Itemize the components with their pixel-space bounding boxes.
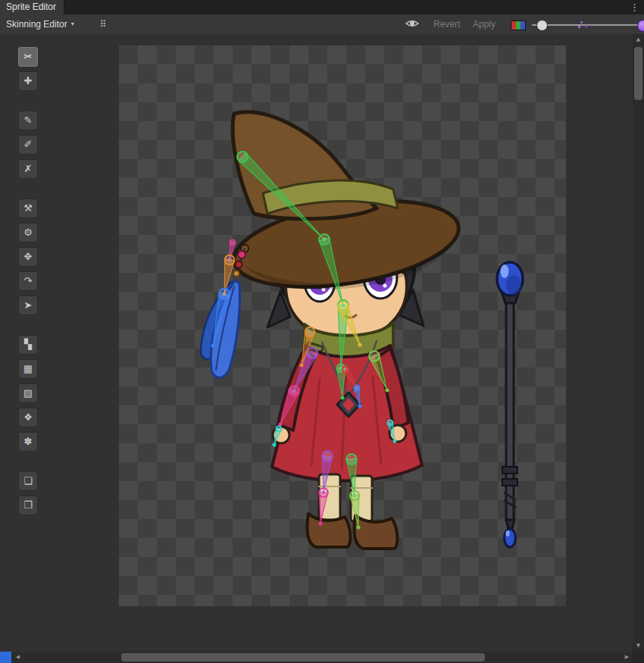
skinning-editor-main: ✂✚✎✐✗⚒⚙✥↷➤▚▦▨❖✽❏❐: [0, 34, 633, 652]
bone-visibility-tool[interactable]: ✂: [18, 47, 38, 67]
bone-influence-tool[interactable]: ❖: [18, 408, 38, 427]
toolbar: Skinning Editor ▾ ⠿ Revert Apply: [0, 14, 644, 35]
auto-geometry-tool[interactable]: ⚒: [18, 199, 38, 218]
zoom-slider-track[interactable]: [532, 24, 642, 26]
sprite-influence-tool[interactable]: ✽: [18, 432, 38, 452]
kebab-menu-icon[interactable]: ⋮: [625, 0, 644, 14]
skinning-editor-label: Skinning Editor: [6, 17, 67, 32]
sprite-canvas[interactable]: [119, 45, 566, 606]
zoom-slider-handle[interactable]: [536, 20, 548, 31]
character-pivot-tool[interactable]: ✚: [18, 71, 38, 91]
create-bone-tool[interactable]: ✎: [18, 111, 38, 130]
edit-geometry-tool[interactable]: ⚙: [18, 223, 38, 242]
slider-dot: [580, 21, 583, 23]
create-vertex-tool[interactable]: ✥: [18, 247, 38, 267]
vertical-scrollbar: ▲ ▼: [633, 34, 644, 652]
sprite-sheet-icon[interactable]: ⠿: [94, 17, 112, 32]
tab-sprite-editor[interactable]: Sprite Editor: [0, 0, 64, 14]
staff-sprite: [497, 262, 523, 547]
paste-button[interactable]: ❐: [18, 496, 38, 515]
vertical-scrollbar-thumb[interactable]: [634, 47, 642, 100]
scrollbar-accent-square[interactable]: [0, 652, 11, 663]
copy-button[interactable]: ❏: [18, 471, 38, 491]
scroll-left-icon[interactable]: ◀: [12, 652, 23, 663]
weight-brush-tool[interactable]: ▨: [18, 383, 38, 403]
character-sprite: [201, 112, 464, 549]
create-edge-tool[interactable]: ↷: [18, 271, 38, 291]
zoom-slider: [532, 14, 644, 34]
visibility-eye-icon[interactable]: [405, 18, 420, 32]
tab-bar: Sprite Editor ⋮: [0, 0, 644, 14]
apply-button[interactable]: Apply: [468, 17, 500, 32]
split-edge-tool[interactable]: ➤: [18, 296, 38, 315]
split-bone-tool[interactable]: ✐: [18, 135, 38, 155]
tool-column: ✂✚✎✐✗⚒⚙✥↷➤▚▦▨❖✽❏❐: [18, 47, 38, 535]
scrollbar-corner: [633, 652, 644, 663]
scroll-right-icon[interactable]: ▶: [621, 652, 633, 663]
secondary-slider-handle[interactable]: [637, 20, 644, 32]
revert-button[interactable]: Revert: [429, 17, 464, 32]
slider-dot: [578, 26, 580, 28]
rgb-channel-icon[interactable]: [511, 20, 526, 30]
horizontal-scrollbar-thumb[interactable]: [121, 653, 485, 661]
weight-slider-tool[interactable]: ▦: [18, 359, 38, 379]
auto-weights-tool[interactable]: ▚: [18, 335, 38, 355]
delete-bone-tool[interactable]: ✗: [18, 159, 38, 179]
scroll-up-icon[interactable]: ▲: [633, 34, 644, 45]
sprite-artwork: [119, 45, 566, 606]
slider-dot: [585, 25, 587, 27]
chevron-down-icon: ▾: [71, 17, 74, 32]
horizontal-scrollbar: ◀ ▶: [0, 652, 633, 663]
scroll-down-icon[interactable]: ▼: [633, 640, 644, 652]
skinning-editor-dropdown[interactable]: Skinning Editor ▾: [2, 17, 79, 32]
